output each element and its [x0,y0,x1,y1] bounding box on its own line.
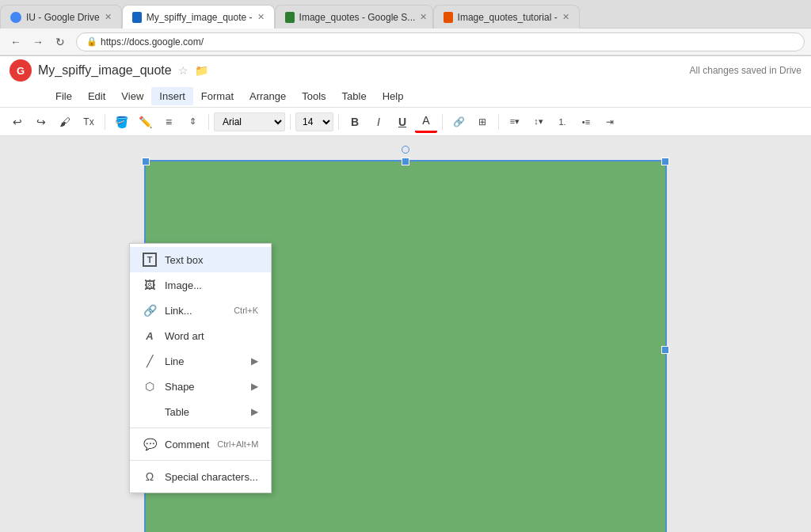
url-bar[interactable]: 🔒 https://docs.google.com/ [76,32,805,51]
docs-icon [132,12,142,23]
menu-separator-2 [130,460,271,461]
handle-rotate[interactable] [402,146,409,154]
main-content: T Text box 🖼 Image... 🔗 Link... Ctrl+K A… [0,136,811,532]
sheets-icon [285,12,295,23]
comment-shortcut: Ctrl+Alt+M [217,439,258,449]
link-menu-icon: 🔗 [143,303,157,317]
undo-button[interactable]: ↩ [6,111,29,133]
google-logo: G [10,59,32,82]
table-button[interactable]: ⊞ [471,111,493,133]
menu-item-line[interactable]: ╱ Line ▶ [130,348,271,374]
toolbar-divider-3 [290,114,291,130]
address-bar: ← → ↻ 🔒 https://docs.google.com/ [0,28,811,55]
doc-title-bar: G My_spiffy_image_quote ☆ 📁 All changes … [0,56,811,85]
comment-icon: 💬 [143,437,157,451]
bold-button[interactable]: B [344,111,366,133]
menu-insert[interactable]: Insert [151,87,193,105]
text-align-button[interactable]: ≡▾ [504,111,526,133]
paint-format-button[interactable]: 🖌 [54,111,76,133]
forward-button[interactable]: → [29,32,48,51]
menu-item-link[interactable]: 🔗 Link... Ctrl+K [130,298,271,323]
slides-icon [444,12,453,23]
line-arrow: ▶ [251,355,258,367]
menu-view[interactable]: View [113,87,151,105]
star-icon[interactable]: ☆ [178,64,188,77]
font-size-selector[interactable]: 14 [295,112,333,131]
shape-icon: ⬡ [143,379,157,393]
special-chars-label: Special characters... [165,471,258,483]
doc-title: My_spiffy_image_quote [38,63,172,78]
menu-edit[interactable]: Edit [80,87,113,105]
tab-docs-active[interactable]: My_spiffy_image_quote - ✕ [122,5,275,28]
tab-spacer [580,5,811,28]
font-color-button[interactable]: A [415,111,437,133]
url-text: https://docs.google.com/ [101,36,204,48]
bulleted-list-button[interactable]: •≡ [575,111,597,133]
toolbar-divider-6 [498,114,499,130]
numbered-list-button[interactable]: 1. [551,111,573,133]
refresh-button[interactable]: ↻ [51,32,70,51]
link-button[interactable]: 🔗 [447,111,470,133]
toolbar-divider-1 [105,114,105,130]
toolbar-divider-5 [442,114,443,130]
menu-bar: File Edit View Insert Format Arrange Too… [0,85,811,107]
shape-label: Shape [165,381,243,393]
tab-close-sheets[interactable]: ✕ [420,12,427,22]
menu-item-word-art[interactable]: A Word art [130,323,271,348]
autosave-text: All changes saved in Drive [690,65,801,76]
menu-item-text-box[interactable]: T Text box [130,247,271,272]
handle-middle-right[interactable] [661,346,669,354]
menu-item-table[interactable]: Table ▶ [130,399,271,424]
pencil-button[interactable]: ✏️ [134,111,156,133]
handle-top-left[interactable] [142,158,150,165]
menu-table[interactable]: Table [334,87,375,105]
toolbar: ↩ ↪ 🖌 Tx 🪣 ✏️ ≡ ⇕ Arial 14 B I U A 🔗 ⊞ ≡… [0,108,811,136]
tab-slides[interactable]: Image_quotes_tutorial - ✕ [433,5,580,28]
font-selector[interactable]: Arial [214,112,285,131]
insert-dropdown-menu: T Text box 🖼 Image... 🔗 Link... Ctrl+K A… [129,243,272,493]
tab-close-slides[interactable]: ✕ [562,12,569,22]
menu-item-shape[interactable]: ⬡ Shape ▶ [130,374,271,399]
menu-format[interactable]: Format [193,87,242,105]
text-box-label: Text box [165,254,258,266]
line-spacing-button[interactable]: ↕▾ [527,111,550,133]
word-art-label: Word art [165,330,258,342]
image-icon: 🖼 [143,278,157,292]
table-label: Table [165,406,243,418]
menu-help[interactable]: Help [375,87,412,105]
tab-close-drive[interactable]: ✕ [105,12,112,22]
table-menu-icon [143,405,157,419]
drive-icon [10,12,21,23]
italic-button[interactable]: I [367,111,390,133]
tab-bar: IU - Google Drive ✕ My_spiffy_image_quot… [0,0,811,28]
link-label: Link... [165,305,226,317]
app-header: G My_spiffy_image_quote ☆ 📁 All changes … [0,56,811,108]
browser-chrome: IU - Google Drive ✕ My_spiffy_image_quot… [0,0,811,56]
line-icon: ╱ [143,354,157,368]
redo-button[interactable]: ↪ [30,111,52,133]
underline-button[interactable]: U [391,111,413,133]
word-art-icon: A [143,329,157,343]
menu-item-special-chars[interactable]: Ω Special characters... [130,464,271,489]
toolbar-divider-4 [338,114,339,130]
folder-icon[interactable]: 📁 [195,64,208,77]
menu-file[interactable]: File [48,87,80,105]
nav-buttons: ← → ↻ [6,32,70,51]
menu-separator [130,428,271,428]
tab-sheets[interactable]: Image_quotes - Google S... ✕ [275,5,433,28]
format-clear-button[interactable]: Tx [78,111,100,133]
align-left-button[interactable]: ≡ [158,111,180,133]
back-button[interactable]: ← [6,32,25,51]
line-height-button[interactable]: ⇕ [181,111,204,133]
lock-icon: 🔒 [86,36,97,47]
tab-drive[interactable]: IU - Google Drive ✕ [0,5,122,28]
handle-top-center[interactable] [402,158,409,165]
menu-arrange[interactable]: Arrange [242,87,294,105]
paint-bucket-button[interactable]: 🪣 [110,111,132,133]
indent-button[interactable]: ⇥ [599,111,621,133]
tab-close-docs[interactable]: ✕ [257,12,265,22]
handle-top-right[interactable] [661,158,669,165]
menu-tools[interactable]: Tools [294,87,333,105]
menu-item-image[interactable]: 🖼 Image... [130,272,271,298]
menu-item-comment[interactable]: 💬 Comment Ctrl+Alt+M [130,431,271,457]
